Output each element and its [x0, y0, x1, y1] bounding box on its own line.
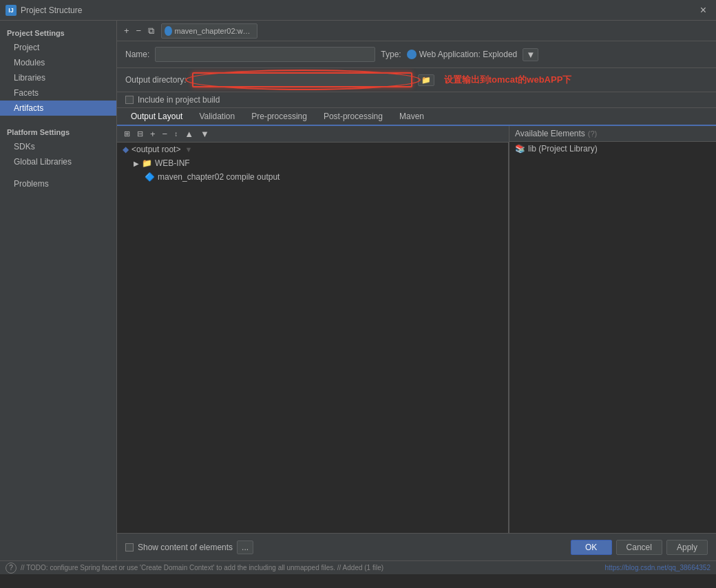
module-source-label: maven_chapter02 compile output [158, 172, 280, 182]
selected-artifact-label: maven_chapter02:war exploded [175, 27, 255, 35]
sidebar-item-sdks[interactable]: SDKs [0, 139, 116, 154]
lib-icon: 📚 [515, 144, 525, 154]
available-elements-header: Available Elements (?) [509, 126, 716, 142]
layout-area: ⊞ ⊟ + − ↕ ▲ ▼ ◆ <output root> ▼ [117, 126, 716, 533]
type-dropdown-btn[interactable]: ▼ [523, 48, 538, 61]
tree-toolbar: ⊞ ⊟ + − ↕ ▲ ▼ [117, 126, 509, 143]
avail-item-lib[interactable]: 📚 lib (Project Library) [509, 142, 716, 156]
tree-collapse-btn[interactable]: ⊟ [134, 128, 146, 140]
tree-add-btn[interactable]: + [147, 127, 158, 140]
name-input[interactable] [155, 47, 375, 62]
type-value-box: Web Application: Exploded ▼ [407, 48, 539, 61]
add-button[interactable]: + [121, 24, 132, 37]
sidebar-item-modules[interactable]: Modules [0, 55, 116, 70]
status-text: // TODO: configure Spring facet or use '… [21, 564, 383, 571]
tab-post-processing[interactable]: Post-processing [315, 108, 391, 126]
output-root-icon: ◆ [123, 145, 129, 154]
sidebar-item-project[interactable]: Project [0, 40, 116, 55]
main-layout: Project Settings Project Modules Librari… [0, 21, 716, 560]
sidebar-item-problems[interactable]: Problems [0, 176, 116, 191]
tab-validation[interactable]: Validation [191, 108, 243, 126]
module-source-icon: 🔷 [145, 172, 155, 182]
window-title: Project Structure [21, 6, 696, 15]
tree-remove-btn[interactable]: − [160, 127, 171, 140]
help-button[interactable]: ? [6, 563, 17, 574]
artifact-header: Name: Type: Web Application: Exploded ▼ [117, 41, 716, 68]
show-content-label: Show content of elements [138, 543, 233, 552]
cancel-button[interactable]: Cancel [616, 540, 662, 555]
output-root-arrow: ▼ [185, 145, 192, 154]
type-label: Type: [381, 50, 401, 59]
include-row: Include in project build [117, 92, 716, 108]
tree-sort-btn[interactable]: ↕ [171, 129, 180, 139]
lib-label: lib (Project Library) [528, 144, 598, 154]
tree-panel: ◆ <output root> ▼ ▶ 📁 WEB-INF 🔷 maven_ch… [117, 143, 509, 533]
tab-pre-processing[interactable]: Pre-processing [243, 108, 315, 126]
output-dir-label: Output directory: [125, 75, 187, 85]
tree-down-btn[interactable]: ▼ [198, 127, 212, 140]
tree-item-output-root[interactable]: ◆ <output root> ▼ [117, 143, 508, 156]
sidebar-item-facets[interactable]: Facets [0, 85, 116, 101]
available-elements-title: Available Elements [515, 129, 585, 138]
name-row: Name: Type: Web Application: Exploded ▼ [125, 47, 708, 62]
tree-up-btn[interactable]: ▲ [182, 127, 196, 140]
tree-expand-btn[interactable]: ⊞ [121, 128, 133, 140]
type-icon [407, 50, 417, 59]
tree-section: ⊞ ⊟ + − ↕ ▲ ▼ ◆ <output root> ▼ [117, 126, 509, 533]
folder-icon: 📁 [142, 158, 152, 168]
project-settings-header: Project Settings [0, 23, 116, 40]
platform-settings-header: Platform Settings [0, 123, 116, 139]
status-left: ? // TODO: configure Spring facet or use… [6, 563, 383, 574]
type-value: Web Application: Exploded [419, 50, 518, 59]
include-label: Include in project build [138, 95, 220, 105]
copy-button[interactable]: ⧉ [145, 24, 157, 38]
tree-item-module-source[interactable]: 🔷 maven_chapter02 compile output [117, 170, 508, 184]
apply-button[interactable]: Apply [666, 540, 708, 555]
available-elements-panel: Available Elements (?) 📚 lib (Project Li… [509, 126, 716, 533]
content-toolbar: + − ⧉ maven_chapter02:war exploded [117, 21, 716, 41]
blog-url: https://blog.csdn.net/qq_38664352 [605, 564, 710, 571]
artifact-type-icon [165, 26, 171, 36]
web-inf-arrow: ▶ [134, 160, 139, 167]
sidebar-item-libraries[interactable]: Libraries [0, 70, 116, 85]
output-dir-input[interactable] [192, 72, 412, 87]
tabs-bar: Output Layout Validation Pre-processing … [117, 108, 716, 126]
browse-folder-button[interactable]: 📁 [418, 74, 434, 86]
help-icon[interactable]: (?) [588, 129, 597, 138]
status-bar: ? // TODO: configure Spring facet or use… [0, 560, 716, 574]
tab-output-layout[interactable]: Output Layout [123, 108, 191, 126]
dots-button[interactable]: ... [237, 540, 253, 554]
tab-maven[interactable]: Maven [391, 108, 432, 126]
ok-button[interactable]: OK [571, 540, 612, 555]
sidebar: Project Settings Project Modules Librari… [0, 21, 117, 560]
include-checkbox[interactable] [125, 96, 134, 104]
tree-item-web-inf[interactable]: ▶ 📁 WEB-INF [117, 156, 508, 170]
sidebar-item-global-libraries[interactable]: Global Libraries [0, 154, 116, 169]
output-root-label: <output root> [131, 145, 180, 154]
remove-button[interactable]: − [134, 24, 145, 37]
bottom-bar: Show content of elements ... OK Cancel A… [117, 533, 716, 560]
output-dir-row: Output directory: 📁 设置输出到tomcat的webAPP下 [117, 68, 716, 92]
app-icon: IJ [6, 5, 17, 16]
name-label: Name: [125, 50, 149, 59]
web-inf-label: WEB-INF [155, 158, 190, 168]
show-content-row: Show content of elements ... [125, 540, 253, 554]
content-area: + − ⧉ maven_chapter02:war exploded Name:… [117, 21, 716, 560]
close-button[interactable]: × [696, 3, 710, 18]
dialog-buttons: OK Cancel Apply [571, 540, 708, 555]
annotation-text: 设置输出到tomcat的webAPP下 [444, 74, 572, 86]
title-bar: IJ Project Structure × [0, 0, 716, 21]
sidebar-item-artifacts[interactable]: Artifacts [0, 101, 116, 116]
show-content-checkbox[interactable] [125, 543, 134, 552]
